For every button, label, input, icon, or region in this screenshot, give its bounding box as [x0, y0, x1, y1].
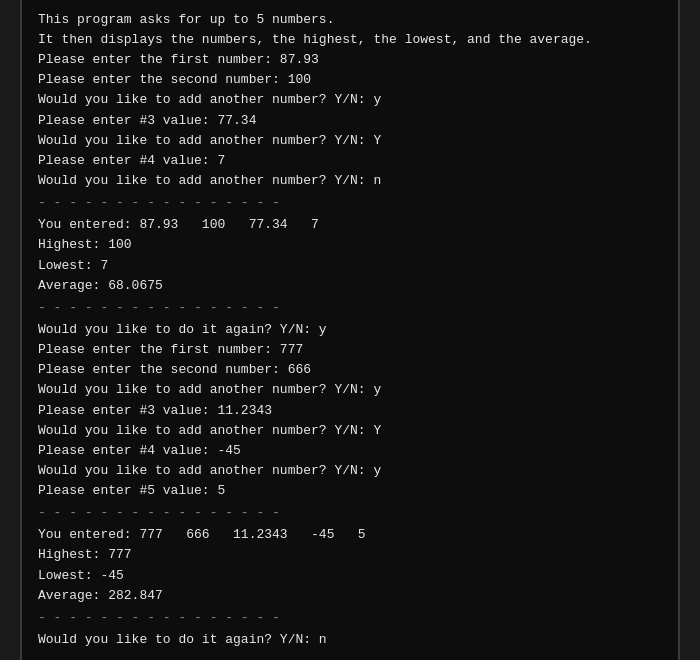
intro-line-0: This program asks for up to 5 numbers. [38, 10, 662, 30]
section-final: Would you like to do it again? Y/N: n [38, 630, 662, 650]
result1-line-3: Average: 68.0675 [38, 276, 662, 296]
intro-line-6: Would you like to add another number? Y/… [38, 131, 662, 151]
result2-line-0: You entered: 777 666 11.2343 -45 5 [38, 525, 662, 545]
intro-line-7: Please enter #4 value: 7 [38, 151, 662, 171]
intro-line-1: It then displays the numbers, the highes… [38, 30, 662, 50]
round2-line-4: Please enter #3 value: 11.2343 [38, 401, 662, 421]
result1-line-1: Highest: 100 [38, 235, 662, 255]
round2-line-1: Please enter the first number: 777 [38, 340, 662, 360]
divider-1: - - - - - - - - - - - - - - - - [38, 193, 662, 213]
intro-line-5: Please enter #3 value: 77.34 [38, 111, 662, 131]
section-results-1: You entered: 87.93 100 77.34 7 Highest: … [38, 215, 662, 296]
round2-line-6: Please enter #4 value: -45 [38, 441, 662, 461]
result2-line-2: Lowest: -45 [38, 566, 662, 586]
divider-2: - - - - - - - - - - - - - - - - [38, 298, 662, 318]
round2-line-2: Please enter the second number: 666 [38, 360, 662, 380]
final-line-0: Would you like to do it again? Y/N: n [38, 630, 662, 650]
section-intro: This program asks for up to 5 numbers. I… [38, 10, 662, 191]
section-results-2: You entered: 777 666 11.2343 -45 5 Highe… [38, 525, 662, 606]
round2-line-8: Please enter #5 value: 5 [38, 481, 662, 501]
terminal-window: This program asks for up to 5 numbers. I… [20, 0, 680, 660]
result1-line-0: You entered: 87.93 100 77.34 7 [38, 215, 662, 235]
divider-4: - - - - - - - - - - - - - - - - [38, 608, 662, 628]
round2-line-3: Would you like to add another number? Y/… [38, 380, 662, 400]
divider-3: - - - - - - - - - - - - - - - - [38, 503, 662, 523]
result2-line-3: Average: 282.847 [38, 586, 662, 606]
section-round-2: Would you like to do it again? Y/N: y Pl… [38, 320, 662, 501]
round2-line-0: Would you like to do it again? Y/N: y [38, 320, 662, 340]
round2-line-7: Would you like to add another number? Y/… [38, 461, 662, 481]
round2-line-5: Would you like to add another number? Y/… [38, 421, 662, 441]
intro-line-2: Please enter the first number: 87.93 [38, 50, 662, 70]
intro-line-3: Please enter the second number: 100 [38, 70, 662, 90]
result1-line-2: Lowest: 7 [38, 256, 662, 276]
intro-line-4: Would you like to add another number? Y/… [38, 90, 662, 110]
intro-line-8: Would you like to add another number? Y/… [38, 171, 662, 191]
result2-line-1: Highest: 777 [38, 545, 662, 565]
